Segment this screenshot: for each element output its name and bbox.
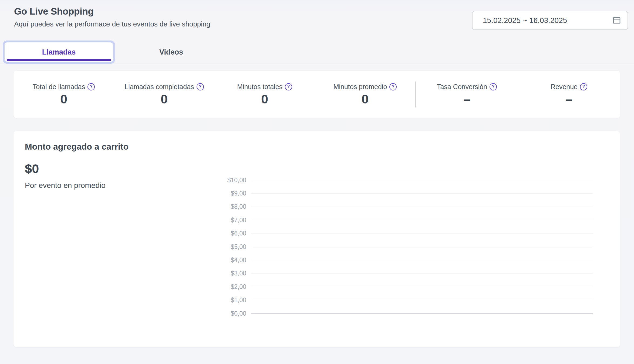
tab-llamadas-inner: Llamadas xyxy=(5,42,113,62)
chart-tick-row: $0,00 xyxy=(186,307,593,320)
stats-group-right: Tasa Conversión ? – Revenue ? – xyxy=(416,83,620,106)
stat-value: 0 xyxy=(60,92,67,106)
page-subtitle: Aquí puedes ver la performace de tus eve… xyxy=(14,20,210,28)
stat-label: Tasa Conversión xyxy=(437,83,487,91)
chart-tick-row: $5,00 xyxy=(186,240,593,253)
stat-total-llamadas: Total de llamadas ? 0 xyxy=(14,83,114,106)
y-axis-tick-label: $4,00 xyxy=(186,257,251,264)
stat-value: – xyxy=(463,92,470,106)
chart-kpi-caption: Por evento en promedio xyxy=(25,181,106,190)
stat-tasa-conversion: Tasa Conversión ? – xyxy=(416,83,518,106)
y-axis-tick-label: $7,00 xyxy=(186,217,251,224)
date-range-picker[interactable]: 15.02.2025 ~ 16.03.2025 xyxy=(472,11,628,30)
chart-tick-row: $7,00 xyxy=(186,214,593,227)
y-axis-tick-label: $10,00 xyxy=(186,177,251,184)
x-axis-baseline xyxy=(251,313,593,314)
chart-plot: $10,00$9,00$8,00$7,00$6,00$5,00$4,00$3,0… xyxy=(186,131,593,336)
stats-group-left: Total de llamadas ? 0 Llamadas completad… xyxy=(14,83,415,106)
chart-tick-row: $6,00 xyxy=(186,227,593,240)
tab-llamadas-label: Llamadas xyxy=(42,48,76,56)
chart-kpi-value: $0 xyxy=(25,161,39,176)
chart-title: Monto agregado a carrito xyxy=(25,142,129,152)
date-range-value: 15.02.2025 ~ 16.03.2025 xyxy=(483,16,612,25)
stat-value: – xyxy=(565,92,572,106)
y-axis-tick-label: $2,00 xyxy=(186,283,251,291)
chart-tick-row: $9,00 xyxy=(186,187,593,200)
stat-minutos-promedio: Minutos promedio ? 0 xyxy=(315,83,415,106)
stat-minutos-totales: Minutos totales ? 0 xyxy=(214,83,315,106)
help-icon[interactable]: ? xyxy=(87,83,95,90)
stat-revenue: Revenue ? – xyxy=(518,83,620,106)
help-icon[interactable]: ? xyxy=(197,83,204,90)
tab-videos[interactable]: Videos xyxy=(115,41,227,63)
stat-label: Minutos totales xyxy=(237,83,282,91)
y-axis-tick-label: $5,00 xyxy=(186,243,251,251)
gridline xyxy=(251,273,593,274)
calendar-icon[interactable] xyxy=(612,15,622,26)
chart-tick-row: $10,00 xyxy=(186,174,593,187)
gridline xyxy=(251,180,593,180)
y-axis-tick-label: $3,00 xyxy=(186,270,251,277)
chart-tick-row: $8,00 xyxy=(186,200,593,213)
gridline xyxy=(251,220,593,220)
chart-tick-row: $3,00 xyxy=(186,267,593,280)
y-axis-tick-label: $9,00 xyxy=(186,190,251,197)
stat-value: 0 xyxy=(261,92,268,106)
gridline xyxy=(251,247,593,247)
tab-videos-label: Videos xyxy=(159,48,183,56)
stat-llamadas-completadas: Llamadas completadas ? 0 xyxy=(114,83,214,106)
gridline xyxy=(251,207,593,207)
help-icon[interactable]: ? xyxy=(285,83,292,90)
stat-label: Revenue xyxy=(551,83,578,91)
tab-llamadas[interactable]: Llamadas xyxy=(3,41,115,64)
gridline xyxy=(251,233,593,234)
cart-amount-chart-card: Monto agregado a carrito $0 Por evento e… xyxy=(14,131,620,347)
y-axis-tick-label: $8,00 xyxy=(186,203,251,210)
chart-tick-row: $1,00 xyxy=(186,294,593,307)
help-icon[interactable]: ? xyxy=(389,83,397,90)
gridline xyxy=(251,260,593,260)
gridline xyxy=(251,300,593,300)
go-live-shopping-dashboard: Go Live Shopping Aquí puedes ver la perf… xyxy=(0,0,634,364)
y-axis-tick-label: $6,00 xyxy=(186,230,251,237)
stat-value: 0 xyxy=(362,92,369,106)
help-icon[interactable]: ? xyxy=(580,83,587,90)
stat-label: Minutos promedio xyxy=(333,83,387,91)
gridline xyxy=(251,193,593,194)
y-axis-tick-label: $0,00 xyxy=(186,310,251,317)
active-tab-indicator xyxy=(7,59,111,61)
page-title: Go Live Shopping xyxy=(14,6,94,17)
stat-value: 0 xyxy=(161,92,168,106)
gridline xyxy=(251,287,593,287)
chart-tick-row: $2,00 xyxy=(186,280,593,293)
stats-summary-card: Total de llamadas ? 0 Llamadas completad… xyxy=(14,71,620,118)
stat-label: Llamadas completadas xyxy=(124,83,194,91)
y-axis-tick-label: $1,00 xyxy=(186,296,251,304)
chart-tick-row: $4,00 xyxy=(186,254,593,267)
stat-label: Total de llamadas xyxy=(33,83,85,91)
help-icon[interactable]: ? xyxy=(490,83,497,90)
